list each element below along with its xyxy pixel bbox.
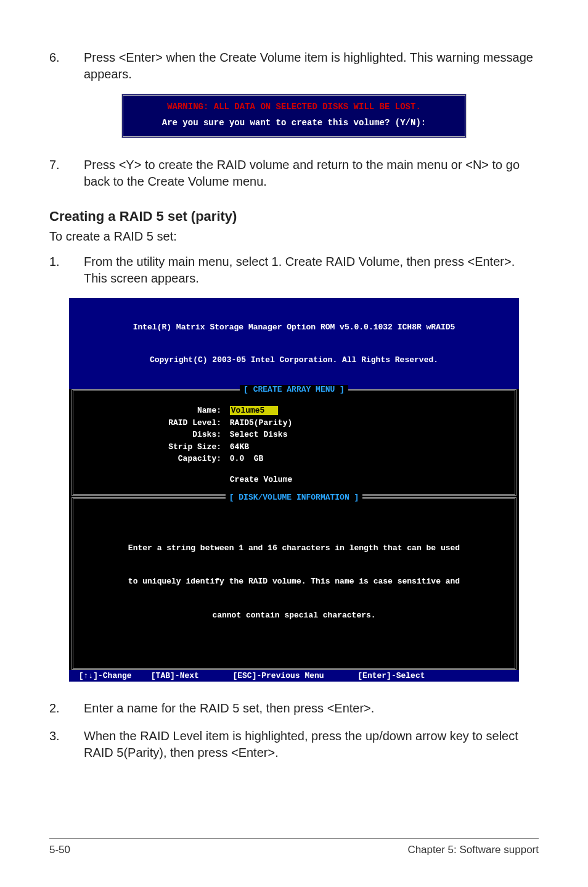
step-2: 2. Enter a name for the RAID 5 set, then… (49, 700, 539, 717)
create-array-panel: [ CREATE ARRAY MENU ] Name: Volume5 RAID… (71, 389, 517, 496)
bios-footer: [↑↓]-Change [TAB]-Next [ESC]-Previous Me… (69, 670, 519, 682)
create-volume-action[interactable]: Create Volume (92, 474, 496, 486)
step-text: Enter a name for the RAID 5 set, then pr… (84, 700, 539, 717)
page-number: 5-50 (49, 844, 70, 856)
field-name: Name: Volume5 (92, 405, 496, 417)
section-subtext: To create a RAID 5 set: (49, 229, 539, 244)
raid-level-value[interactable]: RAID5(Parity) (230, 418, 292, 427)
chapter-label: Chapter 5: Software support (407, 844, 539, 856)
bios-header-line2: Copyright(C) 2003-05 Intel Corporation. … (73, 355, 515, 366)
warning-dialog-wrap: WARNING: ALL DATA ON SELECTED DISKS WILL… (49, 94, 539, 138)
help-line-2: to uniquely identify the RAID volume. Th… (92, 576, 496, 587)
bios-body: [ CREATE ARRAY MENU ] Name: Volume5 RAID… (69, 389, 519, 670)
field-strip-size: Strip Size: 64KB (92, 441, 496, 453)
strip-size-value[interactable]: 64KB (230, 442, 249, 452)
create-array-caption: [ CREATE ARRAY MENU ] (73, 385, 515, 394)
field-disks: Disks: Select Disks (92, 429, 496, 441)
step-7: 7. Press <Y> to create the RAID volume a… (49, 157, 539, 190)
create-array-inner: Name: Volume5 RAID Level: RAID5(Parity) … (73, 394, 515, 494)
bios-header: Intel(R) Matrix Storage Manager Option R… (69, 298, 519, 389)
disks-value[interactable]: Select Disks (230, 430, 288, 439)
step-number: 3. (49, 728, 84, 761)
step-number: 1. (49, 254, 84, 287)
section-heading: Creating a RAID 5 set (parity) (49, 208, 539, 225)
warning-prompt: Are you sure you want to create this vol… (132, 118, 456, 128)
warning-title: WARNING: ALL DATA ON SELECTED DISKS WILL… (132, 102, 456, 112)
step-number: 6. (49, 49, 84, 83)
capacity-value[interactable]: 0.0 GB (230, 454, 264, 463)
field-raid-level: RAID Level: RAID5(Parity) (92, 417, 496, 429)
help-line-1: Enter a string between 1 and 16 characte… (92, 543, 496, 554)
name-input[interactable]: Volume5 (230, 406, 279, 415)
step-text: When the RAID Level item is highlighted,… (84, 728, 539, 761)
step-number: 7. (49, 157, 84, 190)
warning-dialog: WARNING: ALL DATA ON SELECTED DISKS WILL… (121, 94, 467, 138)
disk-info-panel: [ DISK/VOLUME INFORMATION ] Enter a stri… (71, 497, 517, 670)
bios-header-line1: Intel(R) Matrix Storage Manager Option R… (73, 322, 515, 333)
field-capacity: Capacity: 0.0 GB (92, 453, 496, 465)
step-1: 1. From the utility main menu, select 1.… (49, 254, 539, 287)
step-3: 3. When the RAID Level item is highlight… (49, 728, 539, 761)
disk-info-caption: [ DISK/VOLUME INFORMATION ] (73, 493, 515, 502)
step-text: Press <Y> to create the RAID volume and … (84, 157, 539, 190)
bios-screenshot: Intel(R) Matrix Storage Manager Option R… (69, 298, 519, 682)
help-text: Enter a string between 1 and 16 characte… (73, 501, 515, 668)
help-line-3: cannot contain special characters. (92, 610, 496, 621)
step-text: From the utility main menu, select 1. Cr… (84, 254, 539, 287)
step-number: 2. (49, 700, 84, 717)
page: 6. Press <Enter> when the Create Volume … (0, 0, 588, 887)
step-6: 6. Press <Enter> when the Create Volume … (49, 49, 539, 83)
step-text: Press <Enter> when the Create Volume ite… (84, 49, 539, 83)
page-footer: 5-50 Chapter 5: Software support (49, 838, 539, 856)
